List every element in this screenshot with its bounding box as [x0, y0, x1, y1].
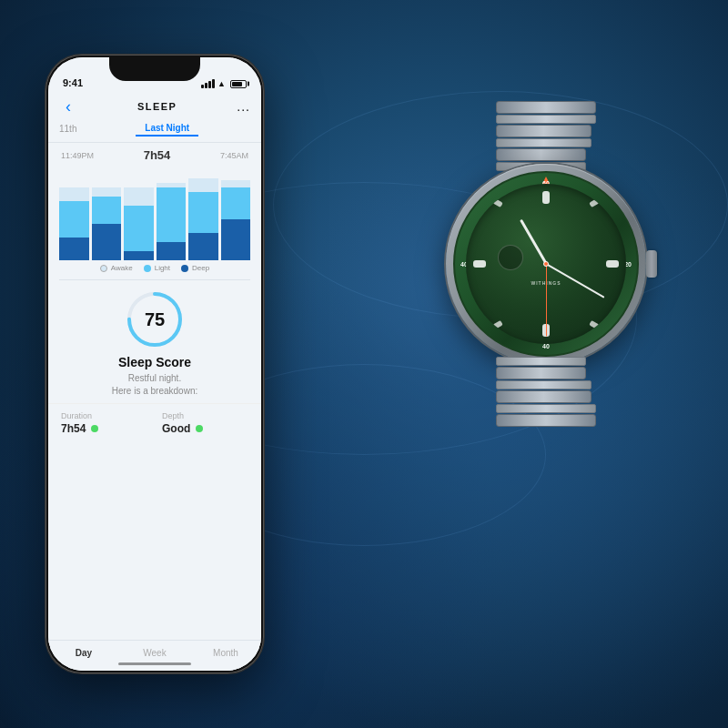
phone-screen: 9:41 ▲ ‹	[48, 57, 261, 671]
duration-label: Duration	[61, 411, 147, 420]
bar-awake-0	[59, 187, 89, 201]
bar-deep-3	[157, 242, 187, 260]
phone-frame: 9:41 ▲ ‹	[46, 55, 264, 673]
bar-light-5	[221, 187, 251, 219]
watch-face-container: 60 20 40 40 50 10 30 50	[446, 164, 646, 364]
bar-deep-4	[188, 233, 218, 260]
bezel-num-4: 30	[614, 331, 621, 337]
light-dot	[144, 265, 151, 272]
sleep-chart-area: Awake Light Deep	[48, 166, 261, 279]
sleep-total-duration: 7h54	[144, 148, 171, 162]
duration-status-dot	[91, 425, 98, 432]
phone-notch	[109, 57, 200, 81]
duration-value-row: 7h54	[61, 422, 147, 435]
watch: 60 20 40 40 50 10 30 50	[391, 91, 701, 437]
more-button[interactable]: ...	[237, 99, 250, 114]
sleep-chart	[59, 169, 250, 260]
depth-value-row: Good	[162, 422, 248, 435]
bottom-tab-bar: Day Week Month	[48, 640, 261, 671]
bar-light-4	[188, 192, 218, 233]
bezel-num-10: 10	[471, 191, 478, 197]
second-hand	[546, 264, 547, 336]
bar-light-0	[59, 201, 89, 238]
phone: 9:41 ▲ ‹	[46, 55, 264, 673]
tab-week[interactable]: Week	[119, 648, 190, 658]
chart-bar-group-4	[188, 169, 218, 260]
depth-status-dot	[196, 425, 203, 432]
back-button[interactable]: ‹	[59, 97, 77, 116]
home-indicator	[118, 662, 191, 665]
score-description: Restful night.Here is a breakdown:	[112, 372, 198, 398]
sleep-times-row: 11:49PM 7h54 7:45AM	[48, 143, 261, 166]
chart-bar-group-5	[221, 169, 251, 260]
bezel-num-2: 50	[614, 191, 621, 197]
depth-value: Good	[162, 422, 190, 435]
battery-icon	[230, 80, 247, 88]
bar-awake-5	[221, 180, 251, 187]
sleep-start-time: 11:49PM	[61, 151, 94, 160]
date-navigation: 11th Last Night	[48, 119, 261, 143]
awake-dot	[100, 265, 107, 272]
sleep-end-time: 7:45AM	[220, 151, 248, 160]
score-circle: 75	[125, 289, 185, 349]
stat-depth: Depth Good	[162, 411, 248, 435]
bracelet-top	[496, 100, 596, 171]
bar-light-3	[157, 187, 187, 242]
bar-deep-2	[124, 251, 154, 260]
duration-value: 7h54	[61, 422, 86, 435]
score-label: Sleep Score	[118, 355, 191, 369]
minute-hand	[546, 263, 605, 298]
bar-awake-1	[92, 187, 122, 197]
watch-crown	[646, 250, 657, 278]
status-time: 9:41	[63, 77, 83, 88]
score-value: 75	[125, 289, 185, 349]
watch-face: WITHINGS	[466, 184, 626, 344]
bezel-num-6: 40	[542, 343, 550, 349]
bar-deep-1	[92, 224, 122, 260]
bar-light-2	[124, 206, 154, 251]
center-dot	[543, 261, 549, 267]
signal-icon	[201, 79, 215, 88]
stats-row: Duration 7h54 Depth Good	[48, 403, 261, 442]
bracelet-bottom	[496, 357, 596, 428]
stat-duration: Duration 7h54	[61, 411, 147, 435]
date-tabs: Last Night	[84, 121, 250, 136]
wifi-icon: ▲	[217, 79, 226, 88]
tab-month[interactable]: Month	[190, 648, 261, 658]
bar-awake-4	[188, 178, 218, 192]
chart-bar-group-1	[92, 169, 122, 260]
bezel-num-8: 50	[471, 331, 478, 337]
prev-date-label: 11th	[59, 124, 76, 134]
bar-deep-0	[59, 238, 89, 260]
tab-last-night[interactable]: Last Night	[136, 121, 198, 136]
depth-label: Depth	[162, 411, 248, 420]
legend-deep: Deep	[181, 264, 209, 272]
bar-awake-2	[124, 187, 154, 206]
chart-bar-group-0	[59, 169, 89, 260]
bar-deep-5	[221, 219, 251, 260]
chart-legend: Awake Light Deep	[59, 260, 250, 278]
app-header: ‹ SLEEP ...	[48, 92, 261, 119]
app-content: ‹ SLEEP ... 11th Last Night 11:49PM 7h54…	[48, 92, 261, 671]
chart-bar-group-2	[124, 169, 154, 260]
tab-day[interactable]: Day	[48, 648, 119, 658]
legend-light: Light	[144, 264, 170, 272]
hour-hand	[520, 218, 548, 264]
watch-hands	[466, 184, 626, 344]
status-icons: ▲	[201, 79, 247, 88]
sleep-score-section: 75 Sleep Score Restful night.Here is a b…	[48, 280, 261, 403]
chart-bar-group-3	[157, 169, 187, 260]
bar-light-1	[92, 197, 122, 224]
legend-awake: Awake	[100, 264, 133, 272]
deep-dot	[181, 265, 188, 272]
screen-title: SLEEP	[137, 101, 177, 112]
watch-bezel: 60 20 40 40 50 10 30 50	[446, 164, 646, 364]
